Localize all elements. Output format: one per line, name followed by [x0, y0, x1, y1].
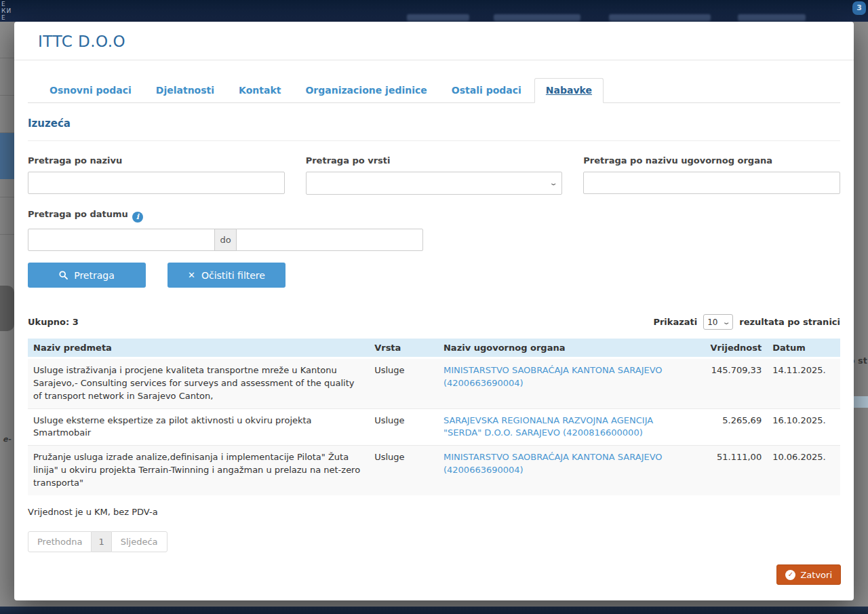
backdrop-logo-fragment: Е КИ Е [1, 1, 12, 21]
filter-organ: Pretraga po nazivu ugovornog organa [583, 155, 840, 195]
backdrop-navbar: Е КИ Е 3 [0, 0, 868, 22]
close-button-label: Zatvori [800, 570, 832, 580]
backdrop-row-divider [0, 197, 14, 197]
per-page-control: Prikazati 10 ⌄ rezultata po stranici [653, 314, 840, 330]
chevron-down-icon: ⌄ [549, 180, 557, 187]
tab-osnovni-podaci[interactable]: Osnovni podaci [38, 78, 143, 103]
pagination-current-page[interactable]: 1 [92, 531, 111, 552]
backdrop-selected-row [0, 133, 14, 179]
tab-nabavke[interactable]: Nabavke [534, 78, 604, 103]
tab-organizacione-jedinice[interactable]: Organizacione jedinice [294, 78, 438, 103]
organ-search-label: Pretraga po nazivu ugovornog organa [583, 155, 840, 166]
cell-datum: 14.11.2025. [767, 358, 840, 409]
modal-header: ITTC D.O.O [14, 22, 854, 60]
section-divider [28, 140, 840, 141]
notification-badge[interactable]: 3 [852, 1, 866, 15]
per-page-select[interactable]: 10 ⌄ [703, 314, 733, 330]
backdrop-dark-panel [0, 286, 14, 331]
check-icon: ✓ [785, 570, 795, 580]
tab-djelatnosti[interactable]: Djelatnosti [144, 78, 226, 103]
backdrop-nav-item [494, 14, 580, 21]
modal-footer: ✓ Zatvori [14, 564, 854, 600]
tab-ostali-podaci[interactable]: Ostali podaci [440, 78, 533, 103]
backdrop-row-divider [0, 95, 14, 96]
date-separator: do [214, 229, 237, 251]
cell-datum: 16.10.2025. [767, 408, 840, 446]
pagination: Prethodna 1 Sljedeća [28, 531, 167, 552]
info-icon[interactable]: i [132, 212, 143, 223]
search-button[interactable]: Pretraga [28, 263, 146, 288]
col-header-naziv: Naziv predmeta [28, 339, 369, 358]
pagination-prev-button[interactable]: Prethodna [28, 531, 92, 552]
table-row: Usluge istraživanja i procjene kvaliteta… [28, 358, 840, 409]
close-button[interactable]: ✓ Zatvori [776, 564, 841, 585]
org-link[interactable]: SARAJEVSKA REGIONALNA RAZVOJNA AGENCIJA … [443, 415, 653, 438]
page-title: ITTC D.O.O [38, 33, 830, 50]
col-header-organ: Naziv ugovornog organa [438, 339, 686, 358]
pagination-next-button[interactable]: Sljedeća [111, 531, 167, 552]
col-header-vrijednost: Vrijednost [686, 339, 767, 358]
org-link[interactable]: MINISTARSTVO SAOBRAĆAJA KANTONA SARAJEVO… [443, 365, 663, 388]
per-page-suffix: rezultata po stranici [739, 317, 840, 327]
table-row: Usluge eksterne ekspertize za pilot akti… [28, 408, 840, 446]
type-select[interactable]: ⌄ [306, 172, 563, 195]
clear-filters-label: Očistiti filtere [201, 270, 265, 281]
backdrop-row-divider [0, 234, 14, 235]
company-details-modal: ITTC D.O.O Osnovni podaci Djelatnosti Ko… [14, 22, 854, 600]
cell-vrijednost: 145.709,33 [686, 358, 767, 409]
backdrop-footer-bar [0, 607, 868, 614]
col-header-vrsta: Vrsta [369, 339, 438, 358]
tab-bar: Osnovni podaci Djelatnosti Kontakt Organ… [28, 78, 840, 103]
cell-vrijednost: 51.111,00 [686, 446, 767, 495]
filter-date: Pretraga po datumui do [28, 209, 840, 251]
cell-naziv: Usluge eksterne ekspertize za pilot akti… [28, 408, 369, 446]
name-search-label: Pretraga po nazivu [28, 155, 285, 166]
tab-panel-nabavke: Izuzeća Pretraga po nazivu Pretraga po v… [14, 103, 854, 552]
filter-row: Pretraga po nazivu Pretraga po vrsti ⌄ P… [28, 155, 840, 195]
backdrop-nav-item [407, 14, 469, 21]
filter-name: Pretraga po nazivu [28, 155, 285, 195]
results-table: Naziv predmeta Vrsta Naziv ugovornog org… [28, 339, 840, 495]
value-footnote: Vrijednost je u KM, bez PDV-a [28, 507, 840, 517]
cell-naziv: Pružanje usluga izrade analize,definisan… [28, 446, 369, 495]
org-link[interactable]: MINISTARSTVO SAOBRAĆAJA KANTONA SARAJEVO… [443, 452, 663, 475]
col-header-datum: Datum [767, 339, 840, 358]
date-search-label: Pretraga po datumui [28, 209, 840, 223]
section-title-izuzeca: Izuzeća [28, 117, 840, 130]
backdrop-nav-item [738, 14, 806, 21]
type-search-label: Pretraga po vrsti [306, 155, 563, 166]
date-range-group: do [28, 229, 840, 251]
cell-vrsta: Usluge [369, 446, 438, 495]
name-search-input[interactable] [28, 172, 285, 194]
table-header-row: Naziv predmeta Vrsta Naziv ugovornog org… [28, 339, 840, 358]
search-icon [59, 271, 68, 280]
backdrop-nav-item [609, 14, 711, 21]
backdrop-row-divider [0, 58, 14, 58]
date-from-input[interactable] [28, 229, 215, 251]
date-to-input[interactable] [236, 229, 423, 251]
cell-vrsta: Usluge [369, 358, 438, 409]
table-row: Pružanje usluga izrade analize,definisan… [28, 446, 840, 495]
date-search-label-text: Pretraga po datumu [28, 209, 128, 219]
per-page-prefix: Prikazati [653, 317, 697, 327]
backdrop-table-header-fragment [854, 396, 868, 408]
chevron-down-icon: ⌄ [722, 319, 730, 326]
search-button-label: Pretraga [74, 270, 115, 281]
per-page-value: 10 [707, 318, 717, 327]
cell-vrsta: Usluge [369, 408, 438, 446]
filter-actions: Pretraga ✕ Očistiti filtere [28, 263, 840, 288]
results-bar: Ukupno: 3 Prikazati 10 ⌄ rezultata po st… [28, 314, 840, 330]
backdrop-logo-text: e- [3, 435, 11, 444]
organ-search-input[interactable] [583, 172, 840, 194]
clear-icon: ✕ [188, 271, 195, 280]
cell-naziv: Usluge istraživanja i procjene kvaliteta… [28, 358, 369, 409]
clear-filters-button[interactable]: ✕ Očistiti filtere [167, 263, 285, 288]
total-count: Ukupno: 3 [28, 317, 79, 327]
cell-vrijednost: 5.265,69 [686, 408, 767, 446]
tab-kontakt[interactable]: Kontakt [227, 78, 292, 103]
filter-type: Pretraga po vrsti ⌄ [306, 155, 563, 195]
cell-datum: 10.06.2025. [767, 446, 840, 495]
